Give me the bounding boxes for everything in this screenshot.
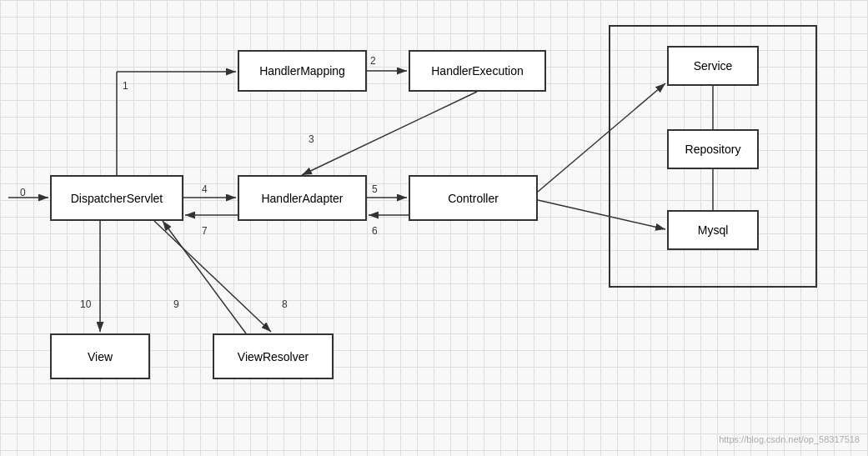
label-9: 9 (173, 298, 179, 310)
label-8: 8 (282, 298, 288, 310)
watermark: https://blog.csdn.net/op_58317518 (719, 434, 860, 444)
view-resolver-box: ViewResolver (213, 333, 334, 379)
repository-label: Repository (685, 143, 741, 156)
mysql-label: Mysql (698, 223, 729, 237)
label-3: 3 (309, 133, 314, 145)
handler-adapter-label: HandlerAdapter (261, 192, 343, 205)
controller-box: Controller (409, 175, 538, 221)
handler-execution-label: HandlerExecution (431, 64, 524, 78)
view-box: View (50, 333, 150, 379)
label-10: 10 (80, 298, 91, 310)
label-0: 0 (20, 187, 26, 198)
handler-mapping-label: HandlerMapping (259, 64, 345, 78)
service-box: Service (667, 46, 759, 86)
repository-box: Repository (667, 129, 759, 169)
label-5: 5 (372, 183, 378, 195)
svg-line-12 (163, 221, 246, 333)
dispatcher-box: DispatcherServlet (50, 175, 183, 221)
mysql-box: Mysql (667, 210, 759, 250)
label-6: 6 (372, 225, 378, 237)
dispatcher-label: DispatcherServlet (71, 192, 163, 205)
service-label: Service (694, 59, 733, 73)
label-7: 7 (202, 225, 208, 237)
handler-mapping-box: HandlerMapping (238, 50, 367, 92)
view-resolver-label: ViewResolver (238, 350, 309, 363)
diagram-canvas: DispatcherServlet HandlerMapping Handler… (0, 0, 868, 456)
label-2: 2 (370, 55, 376, 67)
handler-adapter-box: HandlerAdapter (238, 175, 367, 221)
svg-line-11 (154, 221, 271, 332)
label-4: 4 (202, 183, 208, 195)
label-1: 1 (123, 80, 128, 92)
handler-execution-box: HandlerExecution (409, 50, 546, 92)
controller-label: Controller (448, 192, 499, 205)
view-label: View (88, 350, 113, 363)
svg-line-6 (302, 92, 477, 175)
